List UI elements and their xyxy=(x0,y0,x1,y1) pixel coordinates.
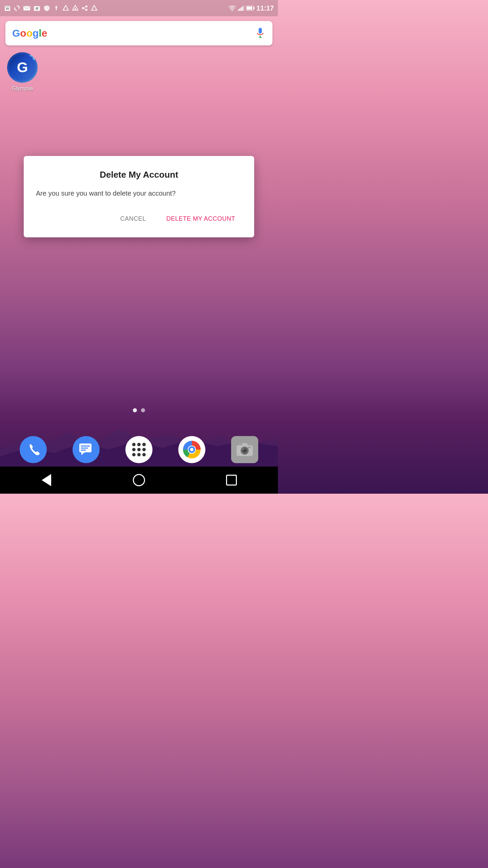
shield-icon xyxy=(43,5,50,12)
page-dot-1 xyxy=(133,408,137,412)
svg-line-19 xyxy=(84,8,85,9)
svg-marker-38 xyxy=(81,452,85,455)
status-bar: 31 xyxy=(0,0,278,16)
recent-apps-button[interactable] xyxy=(221,470,242,490)
battery-icon xyxy=(246,5,255,11)
svg-rect-28 xyxy=(253,7,255,9)
svg-rect-25 xyxy=(242,6,243,11)
microphone-icon[interactable] xyxy=(255,26,266,40)
camera-icon xyxy=(236,442,253,457)
dialog-buttons: CANCEL DELETE MY ACCOUNT xyxy=(36,211,242,227)
svg-rect-37 xyxy=(81,450,86,451)
navigation-bar xyxy=(0,467,278,494)
signal-icon xyxy=(238,5,244,11)
phone-icon xyxy=(26,443,40,456)
chrome-icon xyxy=(182,440,201,459)
svg-rect-44 xyxy=(242,443,247,446)
svg-rect-26 xyxy=(243,5,244,11)
glympse-refresh-arrow xyxy=(25,55,35,65)
svg-rect-35 xyxy=(81,446,90,447)
nav-icon-1 xyxy=(53,5,60,12)
skip-icon xyxy=(91,5,98,12)
svg-point-21 xyxy=(231,11,232,12)
chrome-dock-icon[interactable] xyxy=(178,436,205,463)
back-icon xyxy=(42,474,51,486)
nav-icon-2 xyxy=(62,5,69,12)
svg-rect-29 xyxy=(247,7,252,9)
google-logo: Google xyxy=(12,27,47,39)
svg-text:31: 31 xyxy=(6,7,9,10)
svg-rect-36 xyxy=(81,448,88,449)
apps-grid-icon xyxy=(132,443,146,456)
status-bar-notifications: 31 xyxy=(4,5,98,12)
svg-marker-20 xyxy=(92,5,97,10)
photo-icon xyxy=(33,5,41,12)
calendar-icon: 31 xyxy=(4,5,11,12)
delete-account-button[interactable]: DELETE MY ACCOUNT xyxy=(160,211,242,227)
share-icon xyxy=(81,5,88,12)
svg-point-16 xyxy=(82,7,84,9)
dialog-message: Are you sure you want to delete your acc… xyxy=(36,188,242,198)
google-search-bar[interactable]: Google xyxy=(5,21,272,45)
svg-rect-23 xyxy=(239,8,240,11)
svg-rect-30 xyxy=(259,28,262,34)
recent-apps-icon xyxy=(226,475,237,486)
svg-point-17 xyxy=(85,9,87,11)
phone-dock-icon[interactable] xyxy=(20,436,47,463)
glympse-app-icon[interactable]: G Glympse xyxy=(5,52,39,92)
messages-icon xyxy=(79,443,94,456)
status-time: 11:17 xyxy=(257,4,274,12)
home-button[interactable] xyxy=(129,470,149,490)
svg-point-42 xyxy=(190,448,194,451)
svg-point-7 xyxy=(36,7,38,10)
wifi-icon xyxy=(228,5,236,11)
svg-rect-24 xyxy=(241,7,242,11)
svg-rect-22 xyxy=(238,9,239,11)
page-dot-2 xyxy=(141,408,145,412)
glympse-label: Glympse xyxy=(12,85,33,92)
svg-rect-49 xyxy=(248,447,251,448)
svg-point-8 xyxy=(38,6,39,8)
apps-dock-icon[interactable] xyxy=(125,436,152,463)
bottom-dock xyxy=(0,436,278,463)
mail-icon xyxy=(23,5,30,12)
status-bar-system: 11:17 xyxy=(228,4,274,12)
svg-marker-12 xyxy=(63,5,68,10)
sms-dock-icon[interactable] xyxy=(73,436,100,463)
svg-point-48 xyxy=(243,449,244,450)
sync-icon xyxy=(14,5,20,12)
svg-line-18 xyxy=(84,7,85,8)
page-indicators xyxy=(133,408,145,412)
homescreen-area: G Glympse xyxy=(0,45,278,98)
dialog-title: Delete My Account xyxy=(36,170,242,180)
nav-icon-3 xyxy=(72,5,79,12)
delete-account-dialog: Delete My Account Are you sure you want … xyxy=(24,156,254,237)
svg-point-15 xyxy=(85,5,87,7)
camera-dock-icon[interactable] xyxy=(231,436,258,463)
home-icon xyxy=(133,474,145,486)
back-button[interactable] xyxy=(36,470,57,490)
cancel-button[interactable]: CANCEL xyxy=(114,211,153,227)
